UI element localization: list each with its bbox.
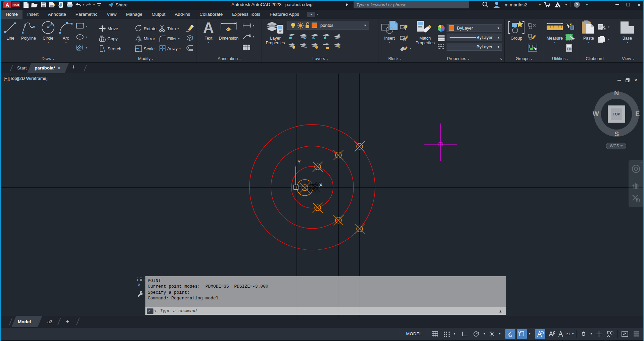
ribbon-minimize-button[interactable]: ▲▾ (307, 10, 318, 19)
rectangle-button[interactable]: ▾ (76, 23, 87, 30)
block-attributes-button[interactable]: ▾ (400, 45, 411, 52)
layer-prev-icon[interactable] (311, 43, 319, 49)
tab-collaborate[interactable]: Collaborate (195, 10, 227, 19)
offset-button[interactable] (185, 45, 194, 51)
tab-addins[interactable]: Add-ins (170, 10, 195, 19)
search-expand-arrow[interactable] (346, 0, 349, 9)
panel-caption-layers[interactable]: Layers ▾ (262, 56, 378, 61)
layer-match-icon[interactable] (299, 43, 307, 49)
panel-caption-annotation[interactable]: Annotation ▾ (197, 56, 262, 61)
isolate-objects-icon[interactable] (605, 329, 615, 339)
circle-button[interactable]: Circle ▾ (39, 20, 57, 44)
save-button[interactable] (39, 1, 48, 8)
grid-toggle[interactable] (430, 329, 440, 339)
panel-caption-utilities[interactable]: Utilities ▾ (544, 56, 577, 61)
linear-dimension-button[interactable]: ▾ (242, 23, 254, 28)
otrack-dropdown[interactable]: ▼ (498, 332, 501, 335)
lineweight-dropdown[interactable]: ByLayer ▼ (447, 34, 502, 41)
move-button[interactable]: Move (99, 25, 118, 32)
calculator-button[interactable] (565, 44, 573, 52)
viewcube-top-face[interactable]: TOP (608, 105, 625, 123)
navigation-bar[interactable]: × (629, 160, 643, 207)
table-button[interactable] (242, 44, 250, 50)
command-window-close-icon[interactable]: × (138, 282, 140, 287)
group-button[interactable]: Group (507, 20, 526, 41)
arc-button[interactable]: Arc ▾ (58, 20, 74, 44)
layer-off-icon[interactable] (288, 34, 296, 40)
file-tab-start[interactable]: Start (17, 63, 27, 73)
hatch-button[interactable]: ▾ (76, 44, 87, 51)
dimension-button[interactable]: Dimension (218, 20, 240, 41)
ungroup-button[interactable] (528, 23, 537, 30)
customization-plus-icon[interactable] (594, 329, 604, 339)
trim-button[interactable]: Trim▾ (159, 25, 179, 32)
tab-featured-apps[interactable]: Featured Apps (265, 10, 304, 19)
layer-isolate-icon[interactable] (299, 34, 307, 40)
fillet-button[interactable]: Fillet▾ (159, 35, 179, 42)
navbar-close-icon[interactable]: × (640, 161, 642, 164)
polar-tracking-toggle[interactable] (471, 329, 481, 339)
viewport-close-icon[interactable]: × (634, 77, 637, 83)
viewcube-west[interactable]: W (593, 110, 599, 118)
user-avatar-icon[interactable] (493, 0, 500, 9)
model-space-toggle[interactable]: MODEL (402, 329, 426, 339)
snap-toggle[interactable] (442, 329, 452, 339)
cart-icon[interactable] (544, 0, 551, 9)
tab-parametric[interactable]: Parametric (71, 10, 102, 19)
tab-a3[interactable]: a3 (47, 316, 52, 327)
save-to-web-mobile-button[interactable] (56, 1, 65, 8)
workspace-dropdown[interactable]: ▼ (590, 332, 593, 335)
autodesk-dropdown[interactable]: ▾ (565, 0, 567, 9)
quick-select-button[interactable] (565, 23, 574, 30)
erase-button[interactable] (185, 24, 195, 32)
file-tab-close-icon[interactable]: × (58, 65, 61, 70)
pan-hand-icon[interactable] (631, 181, 641, 190)
layer-freeze-icon[interactable] (311, 34, 319, 40)
search-input[interactable]: Type a keyword or phrase (354, 1, 469, 8)
user-dropdown[interactable]: ▾ (539, 0, 541, 9)
qat-customize-button[interactable] (95, 1, 103, 8)
leader-button[interactable]: ▾ (242, 34, 254, 40)
undo-button[interactable] (74, 1, 83, 8)
command-history-window[interactable]: POINTCurrent point modes: PDMODE=35 PDSI… (145, 276, 506, 307)
open-file-button[interactable] (30, 1, 39, 8)
customization-menu-icon[interactable] (631, 329, 641, 339)
wcs-menu[interactable]: WCS▽ (606, 143, 626, 149)
workspace-gear-icon[interactable] (579, 329, 589, 339)
zoom-icon[interactable] (631, 194, 641, 203)
layer-unlock2-icon[interactable] (322, 43, 330, 49)
layer-walk-icon[interactable] (333, 43, 341, 49)
group-selection-toggle[interactable] (528, 44, 537, 52)
viewcube-east[interactable]: E (635, 110, 640, 118)
layer-user-icon[interactable] (333, 34, 341, 40)
polar-dropdown[interactable]: ▼ (483, 332, 486, 335)
array-button[interactable]: Array▾ (159, 45, 181, 52)
dynamic-input-toggle[interactable] (517, 329, 527, 339)
command-customize-wrench-icon[interactable] (137, 290, 144, 297)
layer-lock-icon[interactable] (322, 34, 330, 40)
panel-caption-modify[interactable]: Modify ▾ (95, 56, 196, 61)
insert-button[interactable]: Insert ▾ (381, 20, 398, 44)
autocad-logo[interactable]: ACAD (3, 1, 20, 8)
layer-dropdown[interactable]: pontos ▼ (287, 21, 369, 30)
annotation-autoscale-toggle[interactable] (547, 329, 557, 339)
tab-annotate[interactable]: Annotate (43, 10, 71, 19)
file-tab-parabola[interactable]: parábola*× (35, 63, 60, 73)
copy-clip-button[interactable]: ▾ (598, 36, 609, 43)
object-snap-tracking-toggle[interactable] (487, 329, 497, 339)
panel-caption-draw[interactable]: Draw ▾ (1, 56, 95, 61)
search-icon[interactable] (482, 0, 489, 9)
panel-caption-groups[interactable]: Groups ▾ (505, 56, 543, 61)
help-icon[interactable]: ? (573, 0, 580, 9)
command-input-placeholder[interactable]: Type a command (160, 308, 197, 313)
new-drawing-tab-button[interactable]: + (72, 63, 75, 71)
command-window-grip[interactable] (137, 277, 144, 281)
explode-button[interactable] (185, 34, 194, 42)
panel-launcher-icon[interactable] (499, 57, 503, 60)
copy-button[interactable]: Copy (99, 35, 118, 42)
tab-manage[interactable]: Manage (121, 10, 147, 19)
tab-home[interactable]: Home (1, 10, 22, 19)
tab-output[interactable]: Output (147, 10, 170, 19)
panel-caption-properties[interactable]: Properties ▾ (412, 56, 504, 61)
clean-screen-icon[interactable] (620, 329, 630, 339)
